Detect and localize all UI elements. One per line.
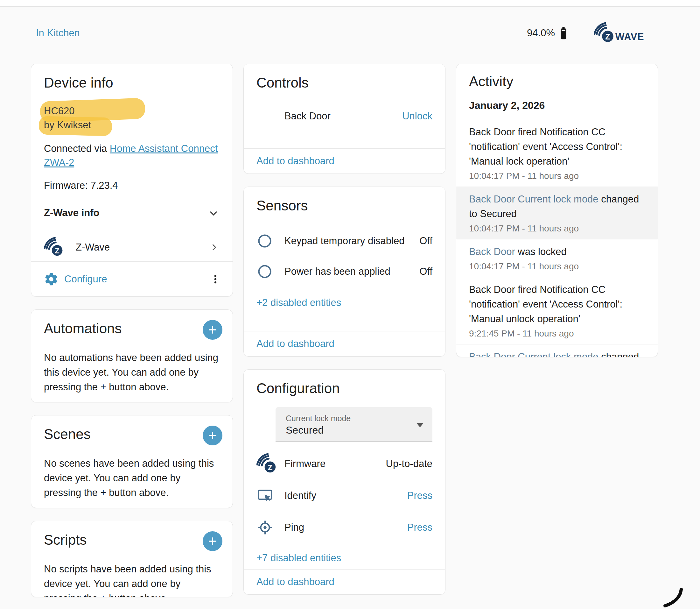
sensor-row[interactable]: Keypad temporary disabled Off [244,226,445,256]
ping-row[interactable]: Ping Press [244,511,445,543]
connected-via-prefix: Connected via [44,143,110,154]
configuration-title: Configuration [244,370,445,396]
log-timestamp: 10:04:17 PM - 11 hours ago [469,223,645,234]
logbook-entry: Back Door was locked 10:04:17 PM - 11 ho… [456,239,658,277]
top-bar [0,0,700,7]
identify-press-button[interactable]: Press [407,490,432,501]
log-timestamp: 10:04:17 PM - 11 hours ago [469,261,645,272]
battery-percentage: 94.0% [527,28,555,39]
logbook-entry: Back Door fired Notification CC 'notific… [456,120,658,187]
chevron-down-icon [207,207,220,219]
sensors-title: Sensors [244,187,445,213]
activity-title: Activity [456,64,658,89]
activity-card: Activity January 2, 2026 Back Door fired… [456,64,658,357]
firmware-row[interactable]: Z Firmware Up-to-date [244,448,445,480]
firmware-version: Firmware: 7.23.4 [44,179,220,193]
activity-date-header: January 2, 2026 [456,89,658,120]
gear-icon [44,272,58,286]
log-timestamp: 9:21:45 PM - 11 hours ago [469,328,645,339]
configure-button[interactable]: Configure [44,272,107,286]
annotation-arc [663,588,683,608]
circle-outline-icon [256,233,280,249]
ping-press-button[interactable]: Press [407,522,432,533]
sensor-row[interactable]: Power has been applied Off [244,256,445,287]
select-value: Secured [286,424,416,436]
sensors-card: Sensors Keypad temporary disabled Off Po… [244,187,446,356]
logbook-entry: Back Door Current lock mode changed to S… [456,187,658,239]
lock-entity-name: Back Door [285,110,402,122]
zwave-info-label: Z-Wave info [44,207,100,219]
automations-title: Automations [44,321,122,336]
scenes-card: Scenes No scenes have been added using t… [31,415,233,508]
scripts-title: Scripts [44,533,87,547]
select-label: Current lock mode [286,414,416,423]
page-header: In Kitchen 94.0% Z [31,23,658,43]
scenes-empty-text: No scenes have been added using this dev… [31,446,233,500]
controls-title: Controls [244,64,445,90]
battery-icon [558,25,569,41]
firmware-status: Up-to-date [386,458,432,470]
zwave-icon: Z [44,237,64,258]
configuration-add-to-dashboard-link[interactable]: Add to dashboard [256,576,335,588]
automations-card: Automations No automations have been add… [31,310,233,402]
logbook-entry: Back Door Current lock mode changed to [456,345,658,357]
device-info-card: Device info HC620 by Kwikset Connected v… [31,64,233,297]
sensors-add-to-dashboard-link[interactable]: Add to dashboard [256,338,335,350]
controls-add-to-dashboard-link[interactable]: Add to dashboard [256,155,335,167]
add-scene-button[interactable] [203,425,222,446]
middle-column: Controls Back Door Unlock Add to dashboa… [244,64,446,597]
add-script-button[interactable] [203,531,222,551]
log-message: Back Door fired Notification CC 'notific… [469,284,622,325]
configuration-card: Configuration Current lock mode Secured [244,369,446,595]
svg-text:Z: Z [268,463,272,472]
unlock-button[interactable]: Unlock [402,110,432,122]
scripts-card: Scripts No scripts have been added using… [31,521,233,597]
lock-entity-row[interactable]: Back Door Unlock [244,107,445,126]
left-column: Device info HC620 by Kwikset Connected v… [31,64,233,597]
add-automation-button[interactable] [203,320,222,340]
connected-via: Connected via Home Assistant Connect ZWA… [44,142,220,170]
log-timestamp: 10:04:17 PM - 11 hours ago [469,171,645,181]
logbook-entry: Back Door fired Notification CC 'notific… [456,277,658,345]
identify-icon [256,487,280,504]
device-info-title: Device info [31,64,233,90]
device-info-footer: Configure [31,261,233,296]
overflow-menu-button[interactable] [207,271,224,288]
zwave-info-expander[interactable]: Z-Wave info [44,207,220,219]
scenes-title: Scenes [44,427,91,441]
device-model: HC620 [44,104,220,118]
sensor-value: Off [419,235,432,247]
configure-label: Configure [64,274,107,285]
current-lock-mode-select[interactable]: Current lock mode Secured [275,407,432,442]
chevron-right-icon [209,242,220,253]
entity-link[interactable]: Back Door Current lock mode [469,351,598,357]
device-manufacturer: by Kwikset [44,118,220,132]
sensor-value: Off [419,266,432,277]
sensors-disabled-entities-link[interactable]: +2 disabled entities [256,297,432,309]
entity-link[interactable]: Back Door [469,246,515,257]
entity-link[interactable]: Back Door Current lock mode [469,194,598,205]
breadcrumb[interactable]: In Kitchen [36,28,80,39]
controls-card: Controls Back Door Unlock Add to dashboa… [244,64,446,174]
right-column: Activity January 2, 2026 Back Door fired… [456,64,658,597]
sensor-name: Keypad temporary disabled [285,235,419,247]
identify-row[interactable]: Identify Press [244,480,445,511]
sensor-name: Power has been applied [285,266,419,277]
header-status: 94.0% Z WAVE [527,22,653,44]
log-message: was locked [515,246,567,257]
config-row-name: Ping [285,522,407,533]
dropdown-caret-icon [416,423,424,427]
card-columns: Device info HC620 by Kwikset Connected v… [31,64,658,597]
log-message: Back Door fired Notification CC 'notific… [469,126,622,167]
device-name-block: HC620 by Kwikset [44,104,220,132]
circle-outline-icon [256,263,280,280]
svg-text:Z: Z [55,246,59,255]
configuration-disabled-entities-link[interactable]: +7 disabled entities [256,552,432,564]
automations-empty-text: No automations have been added using thi… [31,340,233,395]
integration-label: Z-Wave [76,242,209,253]
svg-text:WAVE: WAVE [615,31,644,42]
svg-text:Z: Z [605,32,610,41]
zwave-integration-row[interactable]: Z Z-Wave [44,236,220,259]
device-page: In Kitchen 94.0% Z [31,23,658,597]
config-row-name: Identify [285,490,407,501]
